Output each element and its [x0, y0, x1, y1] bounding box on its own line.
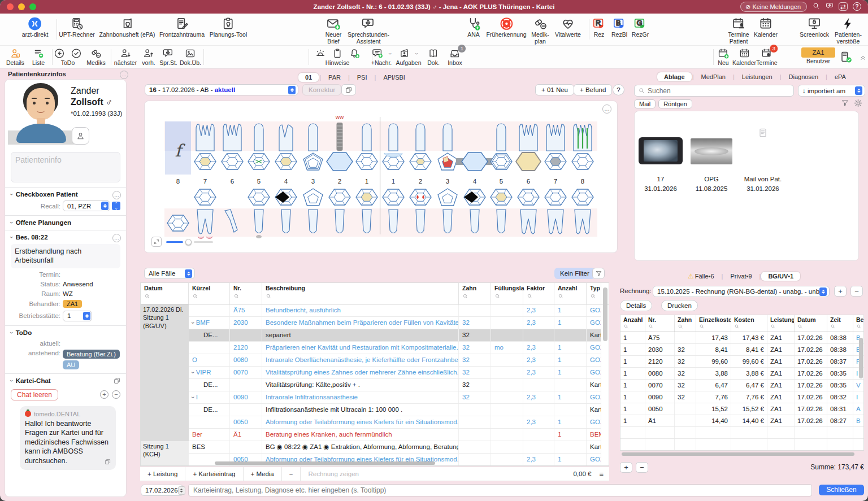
medikplan[interactable]: Medik-plan: [531, 16, 549, 45]
drucken-button[interactable]: Drucken: [661, 300, 698, 311]
tab-privat-9[interactable]: Privat•9: [723, 272, 758, 281]
recall-expand-button[interactable]: ⌃⌄: [112, 202, 120, 210]
befund-select[interactable]: 16 - 17.02.2026 - AB - aktuell: [145, 84, 298, 95]
column-header-zahn[interactable]: Zahn: [459, 283, 491, 304]
tab-ablage[interactable]: Ablage: [657, 72, 692, 81]
planungs-tool[interactable]: Planungs-Tool: [210, 16, 248, 38]
column-header-beschreibung[interactable]: Beschreibung: [853, 315, 864, 332]
expand-icon[interactable]: ›: [189, 322, 199, 324]
sidebar-more-icon[interactable]: …: [120, 71, 128, 79]
column-header-datum[interactable]: Datum: [795, 315, 827, 332]
column-header-kosten[interactable]: Kosten: [731, 315, 767, 332]
screenlock[interactable]: Screenlock: [800, 16, 829, 38]
mediks[interactable]: Mediks: [86, 47, 105, 67]
remove-button[interactable]: −: [282, 467, 301, 481]
rezgr[interactable]: RezGr: [632, 16, 649, 38]
add-media-button[interactable]: + Media: [244, 467, 282, 481]
rechnung-select[interactable]: 15.10.2025 - Rechnung (RGN-BG-dental) - …: [653, 286, 830, 297]
frueherkennung[interactable]: Früherkennung: [486, 16, 526, 38]
tab-f-lle-6[interactable]: ⚠Fälle•6: [681, 271, 721, 281]
nachricht-neu[interactable]: ›+Nachr.: [371, 47, 392, 67]
column-header-zeit[interactable]: Zeit: [827, 315, 853, 332]
dok-uebernahme[interactable]: Dok.Üb.: [180, 47, 201, 67]
tab-psi[interactable]: PSI: [350, 73, 374, 82]
search-icon[interactable]: [812, 2, 821, 13]
dokumente[interactable]: Dok.: [427, 47, 440, 67]
details-button[interactable]: Details: [620, 300, 652, 311]
help-button[interactable]: ?: [613, 84, 624, 95]
termine[interactable]: 3Termine: [756, 47, 777, 67]
naechster[interactable]: nächster: [114, 47, 137, 67]
close-button[interactable]: Schließen: [819, 485, 864, 495]
kartei-hscrollbar[interactable]: [215, 461, 435, 465]
column-header-einzelkosten[interactable]: Einzelkosten: [696, 315, 731, 332]
besuch-note[interactable]: Erstbehandlung nach Arbeitsunfall: [11, 244, 120, 268]
expand-icon[interactable]: ›: [189, 397, 199, 399]
card-reader-button[interactable]: [839, 50, 853, 64]
invoice-hscrollbar[interactable]: [622, 452, 854, 456]
popout-icon[interactable]: [113, 377, 121, 386]
ablage-search-input[interactable]: [648, 87, 790, 95]
besuch-more-icon[interactable]: …: [112, 234, 121, 242]
invoice-line-remove-button[interactable]: −: [636, 462, 648, 473]
column-header-zahn[interactable]: Zahn: [675, 315, 696, 332]
invoice-remove-button[interactable]: −: [850, 286, 863, 297]
entry-input[interactable]: [188, 484, 812, 496]
chat-clear-button[interactable]: Chat leeren: [11, 389, 58, 400]
ablage-sort-select[interactable]: ↓ importiert am: [798, 85, 865, 97]
zoom-window-button[interactable]: [29, 3, 36, 10]
user-field[interactable]: ZA1 Benutzer: [801, 47, 835, 65]
tooth-q2-4[interactable]: [456, 153, 493, 171]
kartei-row[interactable]: 0050Abformung oder Teilabformung eines K…: [189, 416, 601, 429]
ablage-search[interactable]: [634, 85, 794, 97]
kartei-row[interactable]: ›VIPR0070Vitalitätsprüfung eines Zahnes …: [189, 367, 601, 379]
termine-patient[interactable]: TerminePatient: [728, 16, 749, 45]
column-header-nr-[interactable]: Nr.: [645, 315, 675, 332]
user-value[interactable]: ZA1: [801, 47, 835, 58]
invoice-row[interactable]: 10070326,476,47 €ZA117.02.2608:35V: [620, 380, 863, 391]
tooth-q1-8[interactable]: f: [165, 121, 191, 175]
kartei-row[interactable]: ›BMF2030Besondere Maßnahmen beim Präpari…: [189, 317, 601, 329]
kartei-row[interactable]: BerÄ1Beratung eines Kranken, auch fernmü…: [189, 429, 601, 441]
kartei-row[interactable]: 2120Präparieren einer Kavität und Restau…: [189, 342, 601, 354]
ablage-settings-icon[interactable]: [853, 98, 863, 109]
column-header-anzahl[interactable]: Anzahl: [554, 283, 587, 304]
chat-icon[interactable]: [826, 2, 834, 13]
collapse-toolbar-icon[interactable]: [858, 53, 867, 62]
font-minus-icon[interactable]: −: [112, 390, 120, 399]
chart-window-button[interactable]: [341, 84, 356, 95]
invoice-row[interactable]: 1Ä7517,4317,43 €ZA117.02.2608:38B: [620, 332, 863, 344]
new-01-button[interactable]: + 01 Neu: [535, 84, 574, 95]
tab-diagnosen[interactable]: Diagnosen: [782, 72, 826, 81]
add-karteieintrag-button[interactable]: + Karteieintrag: [185, 467, 243, 481]
kalender[interactable]: Kalender: [754, 16, 778, 38]
add-leistung-button[interactable]: + Leistung: [140, 467, 185, 481]
kartei-row[interactable]: O0080Intraorale Oberflächenanästhesie, j…: [189, 354, 601, 367]
column-header-typ[interactable]: Typ: [587, 283, 601, 304]
inbox[interactable]: 1Inbox: [448, 47, 462, 67]
kartei-row[interactable]: DE...Vitalitätsprüfung: Kälte,positiv + …: [189, 379, 601, 391]
chart-zoom-slider[interactable]: [151, 237, 213, 247]
help-icon[interactable]: ?: [853, 2, 861, 11]
kartei-row[interactable]: BESBG ◉ 08:22 ◉ ZA1 ◉ Extraktion, Abform…: [189, 441, 601, 454]
column-header-beschreibung[interactable]: Beschreibung: [262, 283, 459, 304]
copy-icon[interactable]: [104, 458, 111, 467]
switch-icon[interactable]: ⇄: [839, 2, 848, 11]
ablage-item[interactable]: 1731.01.2026: [635, 127, 686, 194]
xray-thumbnail[interactable]: [639, 137, 683, 164]
patienten-verstoesse[interactable]: Patienten-verstöße: [835, 16, 862, 45]
invoice-scrollbar[interactable]: [859, 338, 863, 378]
document-icon[interactable]: [757, 127, 769, 140]
tab-leistungen[interactable]: Leistungen: [735, 72, 779, 81]
opg-thumbnail[interactable]: [691, 138, 732, 164]
collapse-sidebar-icon[interactable]: [111, 70, 115, 79]
todo[interactable]: ToDo: [54, 47, 83, 67]
behandler-badge[interactable]: ZA1: [63, 300, 82, 308]
vorheriger[interactable]: vorh.: [142, 47, 155, 67]
checkboxen-more-icon[interactable]: …: [112, 191, 121, 199]
column-header-anzahl[interactable]: Anzahl: [620, 315, 645, 332]
patient-detail-button[interactable]: [72, 127, 89, 145]
expand-icon[interactable]: [151, 237, 162, 247]
minimize-window-button[interactable]: [18, 3, 25, 10]
ablage-filter-icon[interactable]: [841, 99, 849, 108]
